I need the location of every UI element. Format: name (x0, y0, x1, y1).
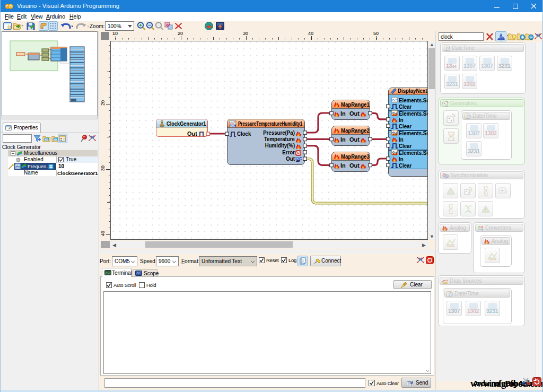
svg-text:01: 01 (45, 138, 48, 141)
svg-text:ab: ab (54, 138, 57, 141)
